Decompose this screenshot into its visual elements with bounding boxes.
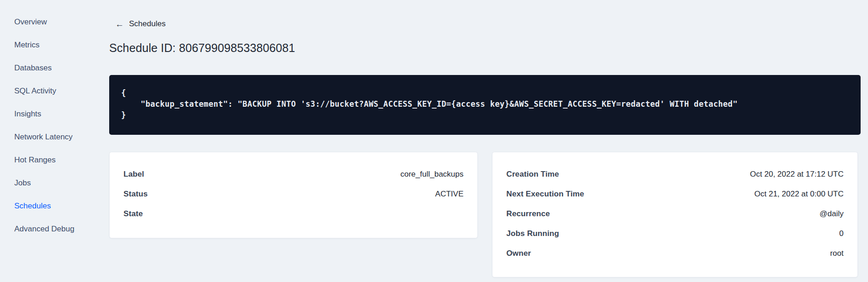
- back-to-schedules-link[interactable]: ← Schedules: [115, 19, 165, 29]
- row-label: Next Execution Time: [506, 190, 584, 199]
- row-label: State: [123, 209, 143, 219]
- row-value: ACTIVE: [435, 190, 463, 199]
- detail-row-label: Label core_full_backups: [123, 164, 463, 184]
- row-value: Oct 20, 2022 at 17:12 UTC: [750, 170, 844, 179]
- row-value: @daily: [820, 209, 844, 219]
- row-label: Jobs Running: [506, 229, 559, 238]
- row-value: 0: [839, 229, 844, 238]
- detail-row-creation-time: Creation Time Oct 20, 2022 at 17:12 UTC: [506, 164, 844, 184]
- sidebar-nav: Overview Metrics Databases SQL Activity …: [0, 0, 97, 282]
- row-label: Status: [123, 190, 148, 199]
- row-value: root: [830, 249, 844, 258]
- sidebar-item-hot-ranges[interactable]: Hot Ranges: [14, 155, 97, 178]
- backup-statement-code: { "backup_statement": "BACKUP INTO 's3:/…: [121, 87, 849, 121]
- detail-row-recurrence: Recurrence @daily: [506, 204, 844, 224]
- row-value: core_full_backups: [400, 170, 463, 179]
- schedule-summary-card: Label core_full_backups Status ACTIVE St…: [109, 152, 478, 238]
- sidebar-item-overview[interactable]: Overview: [14, 17, 97, 40]
- detail-row-status: Status ACTIVE: [123, 184, 463, 204]
- detail-row-next-execution-time: Next Execution Time Oct 21, 2022 at 0:00…: [506, 184, 844, 204]
- detail-row-state: State: [123, 204, 463, 224]
- sidebar-item-sql-activity[interactable]: SQL Activity: [14, 86, 97, 109]
- sidebar-item-insights[interactable]: Insights: [14, 109, 97, 132]
- page-title: Schedule ID: 806799098533806081: [109, 41, 295, 55]
- sidebar-item-jobs[interactable]: Jobs: [14, 178, 97, 201]
- row-label: Owner: [506, 249, 531, 258]
- back-arrow-icon: ←: [115, 20, 124, 29]
- detail-row-owner: Owner root: [506, 243, 844, 263]
- row-value: Oct 21, 2022 at 0:00 UTC: [754, 190, 844, 199]
- detail-row-jobs-running: Jobs Running 0: [506, 224, 844, 243]
- row-label: Recurrence: [506, 209, 550, 219]
- execution-details-card: Creation Time Oct 20, 2022 at 17:12 UTC …: [492, 152, 858, 277]
- sidebar-item-databases[interactable]: Databases: [14, 63, 97, 86]
- db-console-schedule-detail-page: Overview Metrics Databases SQL Activity …: [0, 0, 868, 282]
- sidebar-item-network-latency[interactable]: Network Latency: [14, 132, 97, 155]
- sidebar-item-advanced-debug[interactable]: Advanced Debug: [14, 224, 97, 247]
- row-label: Creation Time: [506, 170, 559, 179]
- back-link-label: Schedules: [129, 19, 165, 29]
- row-label: Label: [123, 170, 144, 179]
- sidebar-item-schedules[interactable]: Schedules: [14, 201, 97, 224]
- sidebar-item-metrics[interactable]: Metrics: [14, 40, 97, 63]
- backup-statement-code-block: { "backup_statement": "BACKUP INTO 's3:/…: [109, 75, 861, 135]
